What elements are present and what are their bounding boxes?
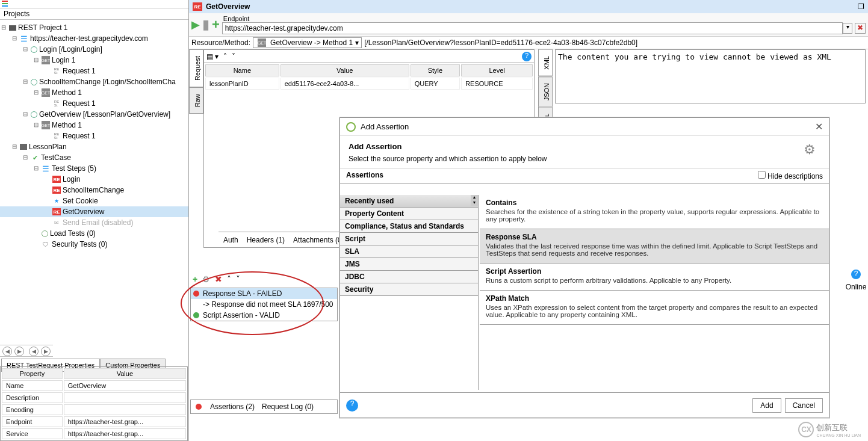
cat-jms[interactable]: JMS bbox=[340, 258, 478, 271]
prop-cell[interactable]: https://teacher-test.grap... bbox=[64, 428, 186, 439]
tree-school-method[interactable]: ⊟GETMethod 1 bbox=[0, 87, 188, 98]
tree-school-request[interactable]: Request 1 bbox=[0, 98, 188, 109]
tree-loadtests[interactable]: Load Tests (0) bbox=[0, 228, 188, 239]
menu-icon[interactable] bbox=[2, 1, 9, 7]
param-cell[interactable]: RESOURCE bbox=[461, 78, 533, 90]
cat-property-content[interactable]: Property Content bbox=[340, 208, 478, 220]
properties-table[interactable]: PropertyValue NameGetOverview Descriptio… bbox=[0, 366, 188, 441]
endpoint-input[interactable] bbox=[222, 22, 843, 34]
prop-cell[interactable]: https://teacher-test.grap... bbox=[64, 416, 186, 427]
prop-cell[interactable]: Name bbox=[2, 380, 63, 391]
tree-login-method[interactable]: ⊟GETLogin 1 bbox=[0, 55, 188, 66]
scroll-buttons[interactable]: ▲▼ bbox=[471, 195, 478, 206]
tree-overview-resource[interactable]: ⊟GetOverview [/LessonPlan/GetOverview] bbox=[0, 109, 188, 120]
tree-step-getoverview[interactable]: REGetOverview bbox=[0, 206, 188, 217]
help-icon[interactable]: ? bbox=[851, 270, 861, 279]
assertion-item-script[interactable]: Script Assertion - VALID bbox=[191, 310, 337, 321]
help-icon[interactable]: ? bbox=[346, 399, 358, 412]
type-xpath-match[interactable]: XPath Match Uses an XPath expression to … bbox=[480, 291, 829, 325]
run-button[interactable]: ▶ bbox=[191, 18, 200, 31]
gear-icon[interactable]: ⚙ bbox=[804, 142, 820, 159]
params-table[interactable]: Name Value Style Level lessonPlanID edd5… bbox=[204, 63, 534, 91]
tree-lessonplan-suite[interactable]: ⊟LessonPlan bbox=[0, 141, 188, 152]
tree-project-root[interactable]: ⊟REST Project 1 bbox=[0, 22, 188, 33]
tree-label: Method 1 bbox=[52, 88, 82, 97]
add-step-button[interactable]: ▮ bbox=[202, 17, 209, 32]
status-valid-icon bbox=[193, 312, 199, 318]
type-contains[interactable]: Contains Searches for the existence of a… bbox=[480, 195, 829, 229]
move-up-button[interactable]: ˄ bbox=[227, 274, 231, 284]
prop-cell[interactable]: Endpoint bbox=[2, 416, 63, 427]
dialog-close-button[interactable]: ✕ bbox=[815, 121, 823, 132]
tree-step-school[interactable]: RESchoolItemChange bbox=[0, 185, 188, 196]
move-down-button[interactable]: ˅ bbox=[236, 274, 240, 284]
endpoint-dropdown-button[interactable]: ▾ bbox=[843, 23, 852, 34]
type-script-assertion[interactable]: Script Assertion Runs a custom script to… bbox=[480, 264, 829, 291]
dialog-add-button[interactable]: Add bbox=[752, 398, 781, 413]
assertion-item-sla[interactable]: Response SLA - FAILED bbox=[191, 288, 337, 299]
tree-testcase[interactable]: ⊟TestCase bbox=[0, 152, 188, 163]
type-desc: Uses an XPath expression to select conte… bbox=[486, 304, 823, 318]
tree-overview-request[interactable]: Request 1 bbox=[0, 131, 188, 141]
tab-request-log[interactable]: Request Log (0) bbox=[262, 402, 314, 411]
nav-next-button[interactable]: ▶ bbox=[14, 347, 24, 356]
assertion-label: Script Assertion - VALID bbox=[203, 311, 280, 319]
param-cell[interactable]: edd51176-ece2-4a03-8... bbox=[281, 78, 409, 90]
assertion-category-list[interactable]: Recently used ▲▼ Property Content Compli… bbox=[340, 195, 479, 390]
maximize-button[interactable]: ❐ bbox=[858, 2, 864, 11]
tree-step-email[interactable]: Send Email (disabled) bbox=[0, 217, 188, 228]
remove-assertion-button[interactable]: ✖ bbox=[215, 274, 222, 284]
tab-xml[interactable]: XML bbox=[538, 49, 553, 76]
type-response-sla[interactable]: Response SLA Validates that the last rec… bbox=[480, 229, 829, 264]
prop-cell[interactable] bbox=[64, 404, 186, 415]
params-nav-down[interactable]: ˅ bbox=[232, 52, 235, 61]
cat-sla[interactable]: SLA bbox=[340, 245, 478, 258]
tree-overview-method[interactable]: ⊟GETMethod 1 bbox=[0, 120, 188, 131]
add-assertion-button[interactable]: + bbox=[193, 274, 197, 284]
tab-request[interactable]: Request bbox=[189, 49, 203, 87]
configure-assertion-button[interactable]: ⚙ bbox=[202, 274, 210, 284]
response-xml-view[interactable]: The content you are trying to view canno… bbox=[555, 49, 866, 103]
resource-method-select[interactable]: GETGetOverview -> Method 1 ▾ bbox=[253, 37, 362, 48]
tab-json[interactable]: JSON bbox=[538, 76, 553, 107]
tree-school-resource[interactable]: ⊟SchoolItemChange [/Login/SchoolItemCha bbox=[0, 76, 188, 87]
prop-cell[interactable]: GetOverview bbox=[64, 380, 186, 391]
params-nav-up[interactable]: ˄ bbox=[223, 52, 227, 61]
cat-recently-used[interactable]: Recently used bbox=[340, 195, 478, 208]
cat-security[interactable]: Security bbox=[340, 283, 478, 296]
tab-headers[interactable]: Headers (1) bbox=[247, 236, 285, 244]
nav-prev2-button[interactable]: ◀ bbox=[29, 347, 39, 356]
tab-attachments[interactable]: Attachments (0) bbox=[293, 236, 344, 244]
cat-jdbc[interactable]: JDBC bbox=[340, 271, 478, 283]
tab-auth[interactable]: Auth bbox=[223, 236, 238, 244]
add-button[interactable]: + bbox=[212, 17, 220, 32]
tree-step-cookie[interactable]: ★Set Cookie bbox=[0, 196, 188, 206]
prop-cell[interactable] bbox=[64, 392, 186, 403]
tab-raw[interactable]: Raw bbox=[189, 87, 203, 114]
tree-login-request[interactable]: Request 1 bbox=[0, 66, 188, 76]
tree-login-resource[interactable]: ⊟Login [/Login/Login] bbox=[0, 44, 188, 55]
cat-compliance[interactable]: Compliance, Status and Standards bbox=[340, 220, 478, 233]
param-cell[interactable]: QUERY bbox=[411, 78, 460, 90]
assertion-list[interactable]: Response SLA - FAILED -> Response did no… bbox=[190, 288, 338, 321]
tree-step-login[interactable]: RELogin bbox=[0, 174, 188, 185]
dialog-cancel-button[interactable]: Cancel bbox=[785, 398, 823, 413]
hide-descriptions-checkbox[interactable]: Hide descriptions bbox=[758, 171, 823, 180]
prop-cell[interactable]: Encoding bbox=[2, 404, 63, 415]
params-menu[interactable]: ▤ ▾ bbox=[206, 52, 219, 61]
assertion-type-list[interactable]: Contains Searches for the existence of a… bbox=[480, 195, 829, 390]
endpoint-clear-button[interactable]: ✖ bbox=[855, 23, 866, 34]
help-icon[interactable]: ? bbox=[522, 52, 532, 61]
param-cell[interactable]: lessonPlanID bbox=[205, 78, 279, 90]
project-tree[interactable]: ⊟REST Project 1 ⊟https://teacher-test.gr… bbox=[0, 20, 188, 354]
tree-label: Request 1 bbox=[63, 132, 96, 140]
nav-next2-button[interactable]: ▶ bbox=[41, 347, 51, 356]
tree-sectests[interactable]: Security Tests (0) bbox=[0, 239, 188, 250]
tree-endpoint[interactable]: ⊟https://teacher-test.grapecitydev.com bbox=[0, 33, 188, 44]
cat-script[interactable]: Script bbox=[340, 233, 478, 245]
nav-prev-button[interactable]: ◀ bbox=[2, 347, 12, 356]
tab-assertions[interactable]: Assertions (2) bbox=[210, 402, 255, 411]
tree-teststeps[interactable]: ⊟Test Steps (5) bbox=[0, 163, 188, 174]
prop-cell[interactable]: Description bbox=[2, 392, 63, 403]
prop-cell[interactable]: Service bbox=[2, 428, 63, 439]
